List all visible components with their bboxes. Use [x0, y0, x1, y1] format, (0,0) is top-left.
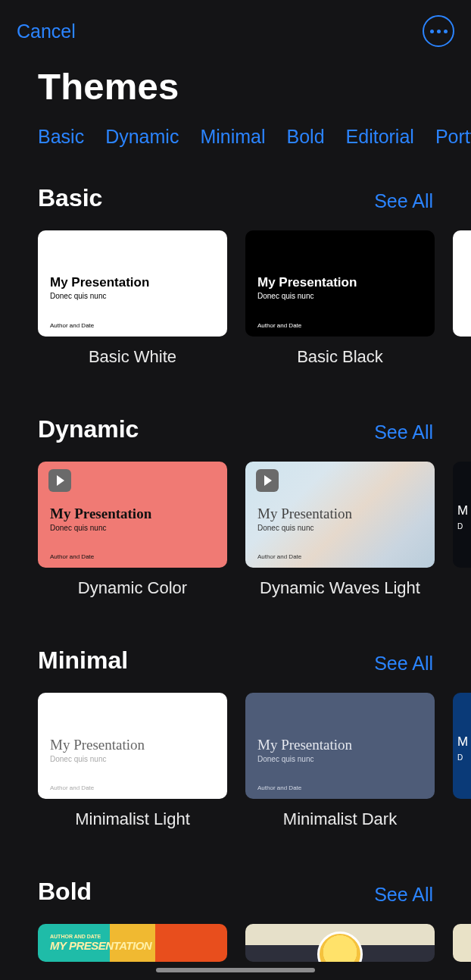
- theme-peek[interactable]: M D: [453, 462, 471, 598]
- thumb-title: MY PRESENTATION: [50, 939, 215, 952]
- thumb-footer: Author and Date: [50, 322, 94, 329]
- thumb-subtitle: D: [457, 753, 463, 762]
- more-options-button[interactable]: [423, 15, 454, 47]
- theme-thumbnail: My Presentation Donec quis nunc Author a…: [245, 462, 435, 568]
- theme-dynamic-waves-light[interactable]: My Presentation Donec quis nunc Author a…: [245, 462, 435, 598]
- category-tabs: Basic Dynamic Minimal Bold Editorial Por…: [0, 115, 471, 158]
- tab-editorial[interactable]: Editorial: [346, 126, 414, 148]
- thumb-author: AUTHOR AND DATE: [50, 934, 215, 939]
- theme-thumbnail: My Presentation Donec quis nunc Author a…: [38, 693, 227, 799]
- play-icon: [256, 469, 279, 492]
- section-title-minimal: Minimal: [38, 647, 128, 675]
- cancel-button[interactable]: Cancel: [17, 20, 76, 42]
- thumb-subtitle: Donec quis nunc: [257, 524, 423, 532]
- theme-peek[interactable]: M D: [453, 693, 471, 829]
- theme-minimalist-light[interactable]: My Presentation Donec quis nunc Author a…: [38, 693, 227, 829]
- see-all-minimal[interactable]: See All: [374, 653, 433, 675]
- theme-thumbnail: AUTHOR AND DATE MY PRESENTATION: [38, 924, 227, 962]
- thumb-title: My Presentation: [257, 506, 423, 522]
- theme-bold-2[interactable]: [245, 924, 435, 962]
- thumb-subtitle: Donec quis nunc: [50, 755, 215, 763]
- tab-portfolio[interactable]: Portfolio: [435, 126, 471, 148]
- tab-minimal[interactable]: Minimal: [200, 126, 265, 148]
- thumb-subtitle: Donec quis nunc: [50, 524, 215, 532]
- tab-basic[interactable]: Basic: [38, 126, 84, 148]
- see-all-basic[interactable]: See All: [374, 190, 433, 212]
- theme-bold-1[interactable]: AUTHOR AND DATE MY PRESENTATION: [38, 924, 227, 962]
- theme-basic-white[interactable]: My Presentation Donec quis nunc Author a…: [38, 230, 227, 367]
- thumb-subtitle: Donec quis nunc: [257, 292, 423, 300]
- thumb-title: My Presentation: [50, 737, 215, 753]
- theme-thumbnail: My Presentation Donec quis nunc Author a…: [245, 693, 435, 799]
- tab-dynamic[interactable]: Dynamic: [105, 126, 179, 148]
- see-all-dynamic[interactable]: See All: [374, 421, 433, 443]
- thumb-title: M: [457, 734, 468, 750]
- see-all-bold[interactable]: See All: [374, 884, 433, 906]
- thumb-footer: Author and Date: [257, 784, 301, 791]
- dot-icon: [430, 30, 434, 33]
- thumb-footer: Author and Date: [257, 553, 301, 560]
- theme-label: Minimalist Light: [38, 809, 227, 829]
- theme-basic-black[interactable]: My Presentation Donec quis nunc Author a…: [245, 230, 435, 367]
- thumb-subtitle: Donec quis nunc: [257, 755, 423, 763]
- theme-thumbnail: M D: [453, 693, 471, 799]
- home-indicator[interactable]: [156, 968, 315, 972]
- thumb-subtitle: Donec quis nunc: [50, 292, 215, 300]
- theme-label: Minimalist Dark: [245, 809, 435, 829]
- thumb-footer: Author and Date: [257, 322, 301, 329]
- theme-peek[interactable]: [453, 924, 471, 962]
- theme-thumbnail: My Presentation Donec quis nunc Author a…: [38, 462, 227, 568]
- play-icon: [48, 469, 71, 492]
- theme-thumbnail: [453, 230, 471, 337]
- thumb-title: My Presentation: [257, 737, 423, 753]
- thumb-title: M: [457, 503, 468, 518]
- theme-label: Dynamic Color: [38, 578, 227, 598]
- section-title-bold: Bold: [38, 878, 92, 906]
- tab-bold[interactable]: Bold: [287, 126, 325, 148]
- section-title-dynamic: Dynamic: [38, 415, 139, 443]
- thumb-title: My Presentation: [50, 275, 215, 290]
- thumb-title: My Presentation: [50, 506, 215, 522]
- page-title: Themes: [0, 53, 471, 115]
- theme-dynamic-color[interactable]: My Presentation Donec quis nunc Author a…: [38, 462, 227, 598]
- theme-thumbnail: [245, 924, 435, 962]
- theme-thumbnail: M D: [453, 462, 471, 568]
- theme-label: Dynamic Waves Light: [245, 578, 435, 598]
- sunglasses-icon: [317, 931, 363, 962]
- theme-peek[interactable]: [453, 230, 471, 367]
- dot-icon: [437, 30, 441, 33]
- section-title-basic: Basic: [38, 184, 102, 212]
- thumb-footer: Author and Date: [50, 553, 94, 560]
- theme-label: Basic White: [38, 347, 227, 367]
- theme-minimalist-dark[interactable]: My Presentation Donec quis nunc Author a…: [245, 693, 435, 829]
- thumb-subtitle: D: [457, 522, 463, 531]
- dot-icon: [444, 30, 448, 33]
- thumb-title: My Presentation: [257, 275, 423, 290]
- theme-thumbnail: My Presentation Donec quis nunc Author a…: [38, 230, 227, 337]
- thumb-footer: Author and Date: [50, 784, 94, 791]
- theme-thumbnail: [453, 924, 471, 962]
- theme-thumbnail: My Presentation Donec quis nunc Author a…: [245, 230, 435, 337]
- theme-label: Basic Black: [245, 347, 435, 367]
